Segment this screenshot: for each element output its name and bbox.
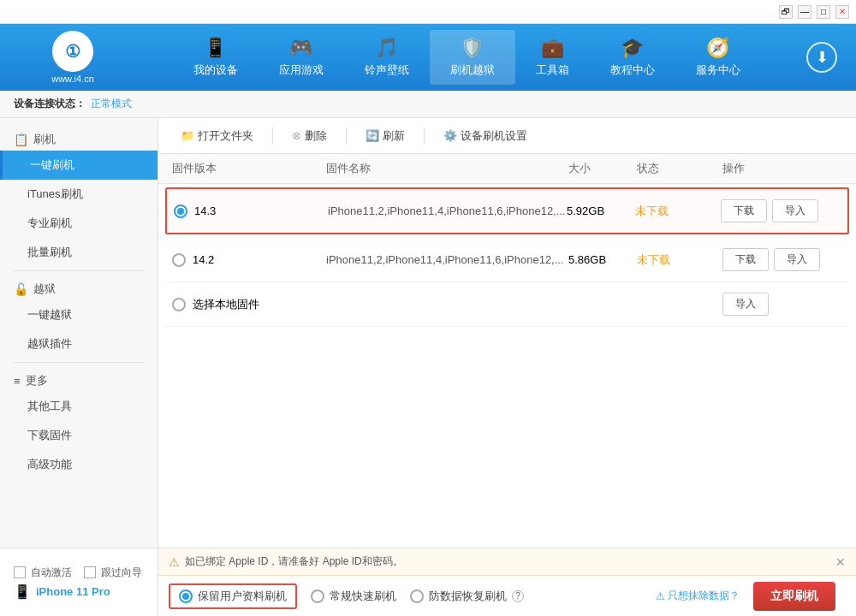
version-cell-143: 14.3	[174, 204, 328, 218]
col-name: 固件名称	[326, 161, 568, 176]
sidebar-divider-1	[14, 270, 144, 271]
radio-local[interactable]	[172, 298, 186, 311]
delete-data-link[interactable]: ⚠ 只想抹除数据？	[656, 589, 740, 603]
recovery-flash-option[interactable]: 防数据恢复刷机 ?	[410, 589, 524, 604]
logo-text: www.i4.cn	[51, 74, 94, 84]
jailbreak-section-header: 🔓 越狱	[0, 275, 158, 300]
close-btn[interactable]: ✕	[835, 5, 849, 19]
fw-status-142: 未下载	[637, 252, 722, 268]
fw-actions-142: 下载 导入	[722, 248, 842, 271]
nav-ringtone[interactable]: 🎵 铃声壁纸	[344, 30, 430, 85]
auto-activate-row: 自动激活 跟过向导	[14, 566, 144, 580]
col-action: 操作	[722, 161, 842, 176]
restore-btn[interactable]: 🗗	[779, 5, 793, 19]
flash-section-title: 刷机	[33, 132, 56, 147]
nav-tutorial[interactable]: 🎓 教程中心	[590, 30, 675, 85]
version-cell-local: 选择本地固件	[172, 297, 326, 312]
auto-activate-checkbox[interactable]	[14, 566, 26, 578]
notice-text: 如已绑定 Apple ID，请准备好 Apple ID和密码。	[185, 554, 403, 569]
version-label-142: 14.2	[193, 253, 214, 266]
keep-data-option[interactable]: 保留用户资料刷机	[169, 583, 297, 609]
import-btn-local[interactable]: 导入	[722, 293, 769, 316]
flash-section-header: 📋 刷机	[0, 125, 158, 151]
download-btn-142[interactable]: 下载	[722, 248, 769, 271]
auto-activate-label: 自动激活	[31, 566, 72, 580]
content-toolbar: 📁 打开文件夹 ⊗ 删除 🔄 刷新 ⚙️ 设备刷机设置	[158, 118, 856, 154]
nav-flash[interactable]: 🛡️ 刷机越狱	[430, 30, 515, 85]
sidebar-item-one-click-jb[interactable]: 一键越狱	[0, 300, 158, 329]
window-controls[interactable]: 🗗 — □ ✕	[779, 5, 849, 19]
logo-area: ① www.i4.cn	[9, 31, 137, 84]
status-label: 设备连接状态：	[14, 97, 86, 111]
nav-service[interactable]: 🧭 服务中心	[675, 30, 761, 85]
firmware-row-local[interactable]: 选择本地固件 导入	[165, 282, 849, 327]
toolbar-sep-2	[346, 127, 347, 145]
delete-data-label: 只想抹除数据？	[668, 589, 740, 603]
notice-close-btn[interactable]: ✕	[835, 555, 846, 569]
sidebar-item-label: 其他工具	[27, 400, 72, 412]
firmware-list: 14.3 iPhone11,2,iPhone11,4,iPhone11,6,iP…	[158, 184, 856, 548]
sidebar-item-jb-plugins[interactable]: 越狱插件	[0, 329, 158, 358]
minimize-btn[interactable]: —	[798, 5, 811, 19]
nav-app-game-label: 应用游戏	[279, 62, 324, 78]
device-settings-btn[interactable]: ⚙️ 设备刷机设置	[435, 125, 536, 147]
sidebar-item-batch-flash[interactable]: 批量刷机	[0, 238, 158, 267]
header: ① www.i4.cn 📱 我的设备 🎮 应用游戏 🎵 铃声壁纸 🛡️ 刷机越狱…	[0, 24, 856, 91]
notice-warn-icon: ⚠	[169, 555, 180, 569]
quick-flash-option[interactable]: 常规快速刷机	[311, 589, 396, 604]
status-mode: 正常模式	[91, 97, 132, 111]
nav-my-device[interactable]: 📱 我的设备	[173, 30, 259, 85]
sidebar-item-pro-flash[interactable]: 专业刷机	[0, 209, 158, 238]
guide-follow-checkbox[interactable]	[84, 566, 96, 578]
device-name-row[interactable]: 📱 iPhone 11 Pro	[14, 583, 144, 600]
flash-now-button[interactable]: 立即刷机	[753, 582, 835, 611]
sidebar-item-label: 批量刷机	[27, 246, 72, 258]
open-folder-btn[interactable]: 📁 打开文件夹	[172, 125, 262, 147]
radio-143[interactable]	[174, 204, 187, 218]
device-name: iPhone 11 Pro	[36, 585, 110, 598]
col-version: 固件版本	[172, 161, 326, 176]
nav-service-label: 服务中心	[696, 62, 740, 78]
refresh-icon: 🔄	[366, 129, 379, 142]
delete-btn[interactable]: ⊗ 删除	[283, 125, 336, 147]
firmware-row-142[interactable]: 14.2 iPhone11,2,iPhone11,4,iPhone11,6,iP…	[165, 238, 849, 282]
sidebar-item-label: 高级功能	[27, 458, 72, 471]
sidebar-item-other-tools[interactable]: 其他工具	[0, 392, 158, 421]
recovery-help-icon[interactable]: ?	[512, 590, 524, 602]
sidebar-item-itunes-flash[interactable]: iTunes刷机	[0, 180, 158, 209]
quick-flash-label: 常规快速刷机	[330, 589, 396, 604]
fw-actions-143: 下载 导入	[721, 199, 841, 222]
fw-size-143: 5.92GB	[567, 204, 635, 217]
sidebar-item-download-fw[interactable]: 下载固件	[0, 421, 158, 450]
import-btn-142[interactable]: 导入	[774, 248, 820, 271]
flash-section-icon: 📋	[14, 133, 28, 146]
refresh-btn[interactable]: 🔄 刷新	[357, 125, 413, 147]
nav-app-game[interactable]: 🎮 应用游戏	[259, 30, 344, 85]
sidebar-item-label: 专业刷机	[27, 216, 72, 229]
version-label-local: 选择本地固件	[193, 297, 259, 312]
sidebar-item-label: 下载固件	[27, 429, 72, 441]
download-btn-143[interactable]: 下载	[721, 199, 767, 222]
firmware-row-143[interactable]: 14.3 iPhone11,2,iPhone11,4,iPhone11,6,iP…	[165, 187, 849, 234]
flash-options-bar: 保留用户资料刷机 常规快速刷机 防数据恢复刷机 ? ⚠ 只想抹除数据？ 立即刷机	[158, 576, 856, 616]
device-bar: 自动激活 跟过向导 📱 iPhone 11 Pro ⚠ 如已绑定 Apple I…	[0, 548, 856, 616]
nav-toolbox[interactable]: 💼 工具箱	[515, 30, 590, 85]
radio-142[interactable]	[172, 253, 186, 267]
sidebar-item-advanced[interactable]: 高级功能	[0, 450, 158, 479]
radio-quick-flash[interactable]	[311, 589, 324, 603]
sidebar-divider-2	[14, 362, 144, 363]
table-header: 固件版本 固件名称 大小 状态 操作	[158, 154, 856, 184]
device-left-panel: 自动激活 跟过向导 📱 iPhone 11 Pro	[0, 548, 158, 616]
nav-flash-label: 刷机越狱	[450, 62, 495, 78]
radio-keep-data[interactable]	[179, 589, 193, 603]
logo-icon: ①	[52, 31, 93, 72]
nav-right: ⬇	[796, 42, 847, 73]
fw-size-142: 5.86GB	[568, 253, 637, 266]
toolbox-icon: 💼	[541, 37, 564, 59]
radio-recovery-flash[interactable]	[410, 589, 424, 603]
global-download-btn[interactable]: ⬇	[806, 42, 837, 73]
import-btn-143[interactable]: 导入	[772, 199, 818, 222]
version-label-143: 14.3	[194, 204, 216, 217]
sidebar-item-one-click-flash[interactable]: 一键刷机	[0, 151, 158, 180]
maximize-btn[interactable]: □	[817, 5, 830, 19]
